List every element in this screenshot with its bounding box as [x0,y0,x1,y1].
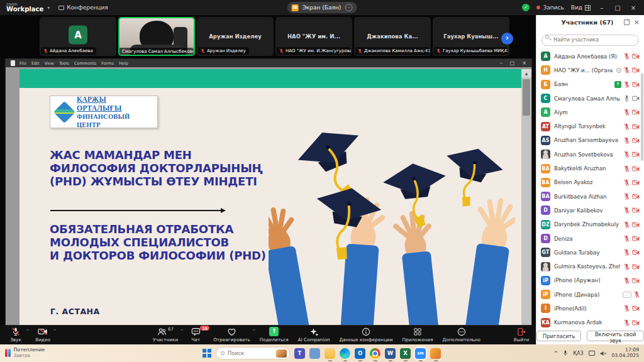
taskbar-app-icon[interactable] [309,348,320,359]
avatar-letter: A [74,30,82,41]
tray-mic-icon[interactable] [563,350,568,356]
video-tile[interactable]: Смагулова Самал Алпысбековна [118,17,195,56]
participants-scrollbar[interactable] [641,73,643,161]
hidden-icons-chevron[interactable]: ^ [554,351,558,356]
muted-mic-icon [624,67,630,74]
menu-item[interactable]: Edit [31,61,40,66]
screen-share-status-pill[interactable]: Экран (Баян) ··· [287,2,357,13]
menu-item[interactable]: Comments [74,61,96,66]
video-tile[interactable]: A Айдана Алекбаева [40,17,116,56]
video-tile[interactable]: НАО "ЖУ им. И... НАО "ЖУ им. И.Жансугуро… [275,17,352,56]
participant-row[interactable]: iP iPhone (Динара) ··· [541,288,640,302]
chat-button[interactable]: 15 Чат [187,327,204,343]
taskbar-app-icon[interactable]: O [355,348,365,359]
leave-icon [517,327,526,336]
video-options-chevron[interactable]: ^ [53,329,57,334]
taskbar-app-icon[interactable] [370,348,380,359]
participants-button[interactable]: 67 ^ Участники [153,327,178,343]
close-button[interactable]: × [629,4,638,11]
taskbar-app-icon[interactable]: zm [415,348,426,359]
participant-row[interactable]: С Смагулова Самал Алпысбеко... [541,91,640,105]
more-options-icon[interactable]: ··· [623,292,631,298]
participant-row[interactable]: AS Aruzhan Sarsembayeva [541,133,640,147]
participant-row[interactable]: D Deniza [541,231,640,245]
tab-conference[interactable]: Конференция [58,4,108,11]
video-off-icon [632,151,640,157]
minimize-button[interactable]: – [597,4,606,11]
invite-button[interactable]: Пригласить [536,331,581,341]
participant-row[interactable]: I iPhone(Adil) [541,302,640,315]
menu-item[interactable]: Forms [101,61,114,66]
participants-panel-title: Участники (67) [541,19,624,26]
pdf-maximize-button[interactable]: □ [510,59,515,67]
participant-row[interactable]: Gulmira Kasteyeva, Zhetysu Uni... [541,260,640,273]
muted-mic-icon [624,151,630,158]
react-chevron[interactable]: ^ [252,329,256,334]
scrollbar-thumb[interactable] [523,79,530,116]
react-button[interactable]: ^ Отреагировать [213,327,250,343]
clock[interactable]: 17:09 03.04.2025 [612,348,639,358]
audio-button[interactable]: ^ Звук [8,327,24,343]
participant-row[interactable]: Н НАО "ЖУ и... (Организатор) [541,63,640,77]
menu-item[interactable]: Tools [59,61,69,66]
participant-row[interactable]: BA Bakytkeldi Aruzhan [541,162,640,175]
taskbar-app-icon[interactable]: X [400,348,411,359]
video-tile[interactable]: Аружан Изделеу Аружан Изделеу [197,17,274,56]
taskbar-app-icon[interactable]: T [294,348,305,359]
participant-row[interactable]: GT Guldana Turabay [541,246,640,260]
menu-item[interactable]: File [19,61,26,66]
menu-item[interactable]: View [44,61,53,66]
language-indicator[interactable]: ҚАЗ [573,351,583,356]
taskbar-search[interactable]: Поиск [216,347,290,359]
participants-chevron[interactable]: ^ [180,329,184,334]
speaker-muted-icon[interactable] [600,351,607,356]
popout-icon[interactable] [624,19,630,25]
more-button[interactable]: Дополнительно [443,327,481,343]
participant-row[interactable]: А Айдана Алекбаева (Я) [541,50,640,63]
video-tile[interactable]: Джакипова Ка... Джакипова Камилла Ажқ-41… [354,17,431,56]
apps-button[interactable]: Приложения [402,327,433,343]
leave-meeting-button[interactable]: Выйти [513,327,530,343]
muted-mic-icon [624,81,630,88]
ai-companion-button[interactable]: AI Companion [298,327,330,343]
scroll-up-icon[interactable]: ▲ [521,69,531,77]
participant-row[interactable]: Aruzhan Sovetbekova [541,148,640,162]
info-icon [362,327,370,336]
meeting-info-button[interactable]: Данные конференции [340,327,393,343]
participant-row[interactable]: AT Altyngul Tursynbek [541,119,640,133]
participant-row[interactable]: BA Beisen Ayakoz [541,175,640,189]
search-icon [545,35,549,39]
network-display-icon[interactable] [589,351,595,356]
pdf-close-button[interactable]: × [522,59,526,67]
video-tile[interactable]: Гаухар Куаныш... Гаухар Куанышбаева МИҚ4… [433,17,509,56]
weather-widget[interactable]: Потепление Завтра [5,348,45,358]
taskbar-app-icon[interactable] [325,348,335,359]
share-options-icon[interactable]: ··· [345,4,352,11]
participant-row[interactable]: DZ Darynbek Zhumabekuly [541,217,640,231]
participant-row[interactable]: Б Баян ↑ [541,77,640,91]
maximize-button[interactable]: □ [613,4,622,11]
video-button[interactable]: ^ Видео [35,327,51,343]
security-shield-icon[interactable]: ✓ [522,4,530,11]
pdf-minimize-button[interactable]: – [500,59,502,67]
taskbar-app-icon[interactable] [430,348,441,359]
participant-name: Gulmira Kasteyeva, Zhetysu Uni... [554,263,620,270]
avatar-initials: AS [542,138,550,143]
share-screen-button[interactable]: ↑ Поделиться [260,327,289,343]
taskbar-app-icon[interactable]: W [385,348,396,359]
view-button[interactable]: Вид [571,4,591,11]
search-input[interactable] [541,35,639,46]
menu-item[interactable]: Help [119,61,128,66]
next-page-videos-button[interactable]: › [501,33,513,45]
panel-close-icon[interactable]: × [634,19,640,26]
audio-options-chevron[interactable]: ^ [26,329,30,334]
unmute-self-button[interactable]: Включить свой звук [587,331,644,341]
chevron-down-icon[interactable]: ▾ [47,5,50,11]
taskbar-app-icon[interactable] [340,348,350,359]
participant-row[interactable]: A Aiym [541,106,640,119]
participant-row[interactable]: D Daniyar Kalibekov [541,204,640,217]
participant-row[interactable]: BA Burkitbaeva Aizhan [541,189,640,203]
participant-row[interactable]: iP iPhone (Аружан) [541,273,640,287]
search-icon [221,351,225,355]
pdf-scrollbar[interactable]: ▲ [521,69,531,325]
